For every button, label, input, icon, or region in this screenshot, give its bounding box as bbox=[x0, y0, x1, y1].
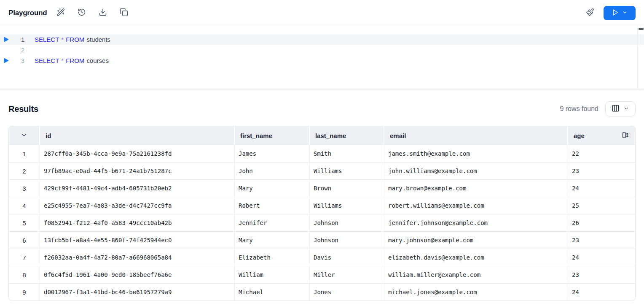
download-button[interactable] bbox=[99, 8, 107, 18]
row-number[interactable]: 6 bbox=[9, 231, 40, 249]
cell-last-name[interactable]: Johnson bbox=[310, 214, 384, 231]
cell-email[interactable]: michael.jones@example.com bbox=[384, 283, 568, 301]
toolbar-right-group bbox=[586, 6, 636, 20]
cell-email[interactable]: james.smith@example.com bbox=[384, 145, 568, 162]
cell-last-name[interactable]: Miller bbox=[310, 266, 384, 283]
cell-email[interactable]: jennifer.johnson@example.com bbox=[384, 214, 568, 231]
history-icon bbox=[78, 8, 86, 18]
top-toolbar: Playground bbox=[0, 0, 644, 26]
editor-line[interactable]: 1 SELECT * FROM students bbox=[0, 34, 644, 45]
row-number[interactable]: 5 bbox=[9, 214, 40, 231]
cell-email[interactable]: elizabeth.davis@example.com bbox=[384, 249, 568, 266]
column-header-id[interactable]: id bbox=[40, 126, 235, 145]
cell-first-name[interactable]: Robert bbox=[235, 197, 310, 214]
paintbrush-icon bbox=[586, 8, 594, 18]
format-brush-button[interactable] bbox=[586, 8, 594, 18]
cell-last-name[interactable]: Johnson bbox=[310, 231, 384, 249]
sql-keyword: SELECT bbox=[35, 57, 59, 64]
columns-icon bbox=[612, 104, 620, 114]
cell-last-name[interactable]: Jones bbox=[310, 283, 384, 301]
run-triangle-icon bbox=[5, 38, 8, 41]
sql-editor[interactable]: 1 SELECT * FROM students 2 3 SELECT * FR… bbox=[0, 26, 644, 89]
cell-id[interactable]: 287cff0a-345b-4cca-9e9a-75a2161238fd bbox=[40, 145, 235, 162]
cell-age[interactable]: 23 bbox=[568, 162, 635, 179]
results-table: id first_name last_name email age 1 287c… bbox=[8, 126, 636, 301]
table-row: 9 d0012967-f3a1-41bd-bc46-be61957279a9 M… bbox=[9, 283, 635, 301]
table-row: 8 0f6c4f5d-1961-4a00-9ed0-185beef76a6e W… bbox=[9, 266, 635, 283]
editor-line[interactable]: 2 bbox=[0, 45, 644, 55]
cell-email[interactable]: mary.brown@example.com bbox=[384, 179, 568, 197]
row-number[interactable]: 3 bbox=[9, 179, 40, 197]
editor-scrollbar[interactable] bbox=[637, 26, 644, 89]
cell-age[interactable]: 26 bbox=[568, 214, 635, 231]
cell-age[interactable]: 24 bbox=[568, 283, 635, 301]
cell-first-name[interactable]: William bbox=[235, 266, 310, 283]
sql-code[interactable]: SELECT * FROM students bbox=[35, 36, 110, 43]
cell-last-name[interactable]: Brown bbox=[310, 179, 384, 197]
row-number[interactable]: 7 bbox=[9, 249, 40, 266]
editor-line[interactable]: 3 SELECT * FROM courses bbox=[0, 55, 644, 66]
column-header-email[interactable]: email bbox=[384, 126, 568, 145]
sql-table-name: students bbox=[86, 36, 110, 43]
cell-last-name[interactable]: Smith bbox=[310, 145, 384, 162]
copy-icon bbox=[120, 8, 128, 18]
cell-id[interactable]: d0012967-f3a1-41bd-bc46-be61957279a9 bbox=[40, 283, 235, 301]
cell-age[interactable]: 24 bbox=[568, 249, 635, 266]
cell-age[interactable]: 23 bbox=[568, 231, 635, 249]
results-title: Results bbox=[8, 104, 38, 114]
cell-id[interactable]: e25c4955-7ea7-4a83-a3de-d4c7427cc9fa bbox=[40, 197, 235, 214]
row-number[interactable]: 4 bbox=[9, 197, 40, 214]
line-number: 2 bbox=[10, 47, 24, 54]
run-statement-button[interactable] bbox=[0, 37, 10, 42]
row-number[interactable]: 2 bbox=[9, 162, 40, 179]
magic-wand-button[interactable] bbox=[56, 8, 65, 18]
cell-last-name[interactable]: Williams bbox=[310, 197, 384, 214]
row-number[interactable]: 1 bbox=[9, 145, 40, 162]
results-header: Results 9 rows found bbox=[8, 101, 636, 116]
cell-age[interactable]: 23 bbox=[568, 266, 635, 283]
row-number[interactable]: 8 bbox=[9, 266, 40, 283]
cell-id[interactable]: 429cf99f-4481-49c4-adb4-605731b20eb2 bbox=[40, 179, 235, 197]
select-all-header[interactable] bbox=[9, 126, 40, 145]
cell-first-name[interactable]: Elizabeth bbox=[235, 249, 310, 266]
sql-star: * bbox=[61, 36, 64, 43]
copy-button[interactable] bbox=[120, 8, 128, 18]
scrollbar-thumb[interactable] bbox=[639, 28, 644, 30]
run-button[interactable] bbox=[604, 6, 636, 20]
cell-first-name[interactable]: Mary bbox=[235, 179, 310, 197]
column-header-last-name[interactable]: last_name bbox=[310, 126, 384, 145]
table-row: 6 13fcb5bf-a8a4-4e55-860f-74f425944ec0 M… bbox=[9, 231, 635, 249]
cell-email[interactable]: mary.johnson@example.com bbox=[384, 231, 568, 249]
cell-first-name[interactable]: Jennifer bbox=[235, 214, 310, 231]
cell-first-name[interactable]: Michael bbox=[235, 283, 310, 301]
table-row: 3 429cf99f-4481-49c4-adb4-605731b20eb2 M… bbox=[9, 179, 635, 197]
cell-first-name[interactable]: James bbox=[235, 145, 310, 162]
cell-first-name[interactable]: John bbox=[235, 162, 310, 179]
cell-age[interactable]: 25 bbox=[568, 197, 635, 214]
cell-age[interactable]: 22 bbox=[568, 145, 635, 162]
cell-last-name[interactable]: Davis bbox=[310, 249, 384, 266]
cell-id[interactable]: f0852941-f212-4af0-a583-49ccc10ab42b bbox=[40, 214, 235, 231]
row-number[interactable]: 9 bbox=[9, 283, 40, 301]
cell-first-name[interactable]: Mary bbox=[235, 231, 310, 249]
cell-id[interactable]: 0f6c4f5d-1961-4a00-9ed0-185beef76a6e bbox=[40, 266, 235, 283]
sql-keyword: FROM bbox=[66, 36, 84, 43]
line-number: 1 bbox=[10, 36, 24, 43]
cell-email[interactable]: william.miller@example.com bbox=[384, 266, 568, 283]
column-header-age[interactable]: age bbox=[568, 126, 635, 145]
cell-id[interactable]: 13fcb5bf-a8a4-4e55-860f-74f425944ec0 bbox=[40, 231, 235, 249]
sql-table-name: courses bbox=[86, 57, 109, 64]
cell-id[interactable]: 97fb89ac-e0ad-44f5-b671-24a1b751287c bbox=[40, 162, 235, 179]
cell-age[interactable]: 24 bbox=[568, 179, 635, 197]
sql-code[interactable]: SELECT * FROM courses bbox=[35, 57, 109, 64]
cell-email[interactable]: john.williams@example.com bbox=[384, 162, 568, 179]
cell-id[interactable]: f26032aa-0a4f-4a72-80a7-a66968065a84 bbox=[40, 249, 235, 266]
column-header-first-name[interactable]: first_name bbox=[235, 126, 310, 145]
columns-view-button[interactable] bbox=[605, 101, 636, 116]
row-height-sort-icon[interactable] bbox=[622, 131, 629, 140]
history-button[interactable] bbox=[78, 8, 86, 18]
cell-email[interactable]: robert.williams@example.com bbox=[384, 197, 568, 214]
page-title: Playground bbox=[8, 9, 47, 17]
cell-last-name[interactable]: Williams bbox=[310, 162, 384, 179]
run-statement-button[interactable] bbox=[0, 58, 10, 63]
